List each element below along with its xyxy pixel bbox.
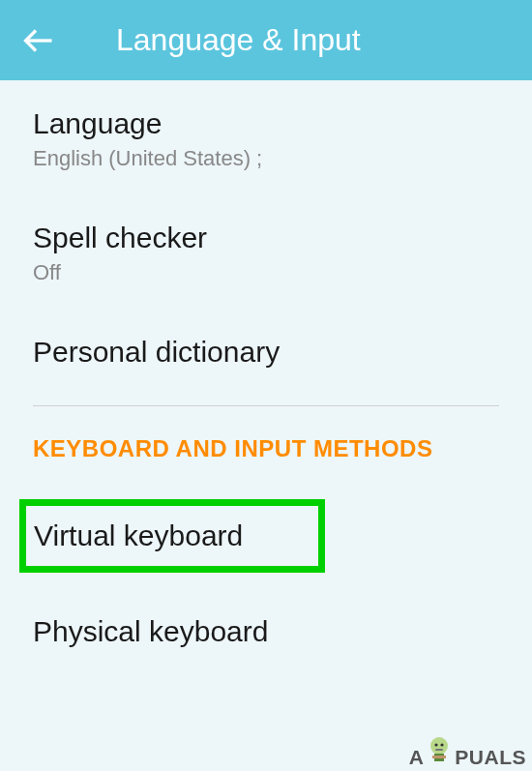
- page-title: Language & Input: [116, 22, 361, 58]
- watermark-suffix: PUALS: [455, 746, 526, 769]
- keyboard-section-header: KEYBOARD AND INPUT METHODS: [33, 406, 499, 484]
- language-subtitle: English (United States) ;: [33, 146, 499, 171]
- watermark-prefix: A: [409, 746, 425, 769]
- physical-keyboard-setting[interactable]: Physical keyboard: [33, 602, 499, 677]
- svg-point-2: [435, 743, 438, 746]
- watermark: A PUALS: [409, 735, 526, 769]
- watermark-logo-icon: [427, 735, 452, 769]
- virtual-keyboard-setting[interactable]: Virtual keyboard: [19, 499, 325, 573]
- physical-keyboard-title: Physical keyboard: [33, 615, 499, 648]
- virtual-keyboard-title: Virtual keyboard: [34, 519, 310, 552]
- spell-checker-title: Spell checker: [33, 222, 499, 254]
- personal-dictionary-setting[interactable]: Personal dictionary: [33, 309, 499, 398]
- svg-point-3: [441, 743, 444, 746]
- spell-checker-setting[interactable]: Spell checker Off: [33, 194, 499, 309]
- language-setting[interactable]: Language English (United States) ;: [33, 80, 499, 194]
- settings-content: Language English (United States) ; Spell…: [0, 80, 532, 677]
- svg-rect-6: [432, 756, 446, 758]
- personal-dictionary-title: Personal dictionary: [33, 336, 499, 369]
- language-title: Language: [33, 107, 499, 140]
- svg-rect-4: [435, 749, 443, 751]
- svg-point-1: [430, 737, 448, 755]
- app-header: Language & Input: [0, 0, 532, 80]
- back-arrow-icon: [21, 23, 56, 58]
- spell-checker-subtitle: Off: [33, 260, 499, 285]
- back-button[interactable]: [19, 21, 58, 60]
